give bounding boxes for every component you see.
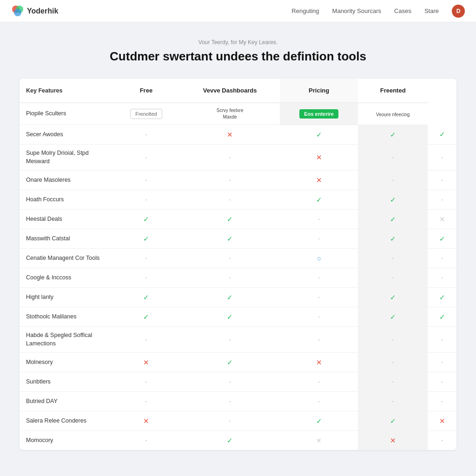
freented-cell: · bbox=[428, 190, 456, 210]
check-icon: ✓ bbox=[390, 235, 396, 243]
check-icon: ✓ bbox=[439, 235, 445, 243]
dot-icon: · bbox=[441, 273, 443, 282]
free-cell: · bbox=[180, 145, 280, 171]
pricing-cell: · bbox=[358, 392, 428, 411]
nav-link-cases[interactable]: Cases bbox=[394, 7, 411, 14]
free-cell: · bbox=[180, 372, 280, 392]
vevve-cell: ✓ bbox=[280, 190, 358, 210]
main-content: Vour Teerdy, for My Key Leares. Cutdmer … bbox=[10, 22, 466, 476]
dot-icon: · bbox=[145, 377, 147, 386]
feature-label: Momocory bbox=[26, 437, 53, 443]
vevve-cell: ✕ bbox=[280, 145, 358, 171]
badge-maxde: Maxde bbox=[223, 114, 237, 119]
freented-cell: · bbox=[428, 249, 456, 268]
table-row: Salera Relee Conderes✕·✓✓✕ bbox=[20, 411, 456, 431]
vevve-cell: ✓ bbox=[280, 125, 358, 145]
dot-icon: · bbox=[392, 335, 394, 344]
vevve-cell: ✕ bbox=[280, 171, 358, 190]
table-row: Supe Molry Drioial, Stpd Mesward··✕·· bbox=[20, 145, 456, 171]
pricing-cell: ✓ bbox=[358, 288, 428, 307]
dot-icon: · bbox=[229, 152, 231, 162]
dot-icon: · bbox=[318, 234, 320, 243]
freented-cell: · bbox=[428, 145, 456, 171]
free-cell: ✓ bbox=[180, 229, 280, 249]
feature-label: Hoath Foccurs bbox=[26, 196, 64, 203]
table-row: Butried DAY····· bbox=[20, 392, 456, 411]
x-icon: ✕ bbox=[227, 131, 233, 139]
logo[interactable]: Yoderhik bbox=[11, 5, 58, 18]
vevve-cell: · bbox=[280, 307, 358, 327]
table-row: Hight lanty✓✓·✓✓ bbox=[20, 288, 456, 307]
page-subtitle: Vour Teerdy, for My Key Leares. bbox=[20, 39, 456, 46]
table-row: Coogle & Inccoss····· bbox=[20, 268, 456, 288]
x-icon: ✕ bbox=[439, 417, 445, 425]
dot-icon: · bbox=[318, 273, 320, 282]
key-features-cell: ✓ bbox=[112, 210, 180, 229]
nav-link-renguting[interactable]: Renguting bbox=[291, 7, 319, 14]
feature-name-cell: Secer Awodes bbox=[20, 125, 112, 145]
pricing-table: Key Features Free Vevve Dashboards Prici… bbox=[20, 79, 456, 450]
pricing-cell: ✓ bbox=[358, 229, 428, 249]
key-features-cell: · bbox=[112, 145, 180, 171]
freented-cell: ✓ bbox=[428, 307, 456, 327]
check-icon: ✓ bbox=[390, 196, 396, 204]
feature-name-cell: Hight lanty bbox=[20, 288, 112, 307]
key-features-cell: · bbox=[112, 392, 180, 411]
dot-icon: · bbox=[441, 335, 443, 344]
dot-icon: · bbox=[229, 253, 231, 263]
dot-icon: · bbox=[318, 377, 320, 386]
free-cell: · bbox=[180, 249, 280, 268]
table-row: Secer Awodes·✕✓✓✓ bbox=[20, 125, 456, 145]
freented-cell: ✕ bbox=[428, 411, 456, 431]
col-header-feature: Key Features bbox=[20, 79, 112, 103]
navbar: Yoderhik Renguting Manority Sourcars Cas… bbox=[0, 0, 476, 22]
dot-icon: · bbox=[229, 273, 231, 282]
freented-cell: · bbox=[428, 171, 456, 190]
nav-link-stare[interactable]: Stare bbox=[424, 7, 439, 14]
table-row: Hoath Foccurs··✓✓· bbox=[20, 190, 456, 210]
table-row: Sunbtlers····· bbox=[20, 372, 456, 392]
dot-icon: · bbox=[441, 377, 443, 386]
check-icon: ✓ bbox=[390, 293, 396, 301]
freented-cell: · bbox=[428, 268, 456, 288]
x-icon: ✕ bbox=[143, 358, 149, 366]
table-row: Onare Masoleres··✕·· bbox=[20, 171, 456, 190]
freented-cell: · bbox=[428, 353, 456, 372]
check-icon: ✓ bbox=[143, 215, 149, 223]
free-cell: · bbox=[180, 411, 280, 431]
pricing-cell: · bbox=[358, 353, 428, 372]
vevve-cell: · bbox=[280, 327, 358, 353]
avatar[interactable]: D bbox=[452, 5, 465, 18]
key-features-cell: · bbox=[112, 327, 180, 353]
table-row: Masswith Catstal✓✓·✓✓ bbox=[20, 229, 456, 249]
dot-icon: · bbox=[145, 253, 147, 263]
free-cell: · bbox=[180, 392, 280, 411]
dot-icon: · bbox=[145, 335, 147, 344]
nav-link-manority[interactable]: Manority Sourcars bbox=[332, 7, 381, 14]
free-cell: · bbox=[180, 268, 280, 288]
dot-icon: · bbox=[392, 397, 394, 406]
cell-dot: · bbox=[145, 130, 147, 139]
dot-icon: · bbox=[392, 357, 394, 367]
free-cell: ✓ bbox=[180, 431, 280, 450]
feature-name-cell: Stothoolc Malilanes bbox=[20, 307, 112, 327]
cell-dot: · bbox=[145, 175, 147, 185]
dot-icon: · bbox=[392, 273, 394, 282]
feature-name-cell: Salera Relee Conderes bbox=[20, 411, 112, 431]
badge-frenolted: Frenolted bbox=[130, 109, 162, 119]
freented-cell: · bbox=[428, 372, 456, 392]
dot-icon: · bbox=[392, 377, 394, 386]
key-features-cell: · bbox=[112, 190, 180, 210]
logo-text: Yoderhik bbox=[27, 7, 58, 15]
dot-icon: · bbox=[392, 175, 394, 185]
dot-icon: · bbox=[229, 416, 231, 425]
vevve-cell: · bbox=[280, 229, 358, 249]
vevve-cell: · bbox=[280, 268, 358, 288]
dot-icon: · bbox=[441, 195, 443, 204]
key-features-cell: · bbox=[112, 249, 180, 268]
dot-icon: · bbox=[318, 397, 320, 406]
feature-label: Supe Molry Drioial, Stpd Mesward bbox=[26, 150, 89, 165]
free-cell: ✓ bbox=[180, 307, 280, 327]
x-light-icon: ✕ bbox=[316, 437, 322, 444]
badge-eos: Eos enterire bbox=[299, 109, 338, 119]
